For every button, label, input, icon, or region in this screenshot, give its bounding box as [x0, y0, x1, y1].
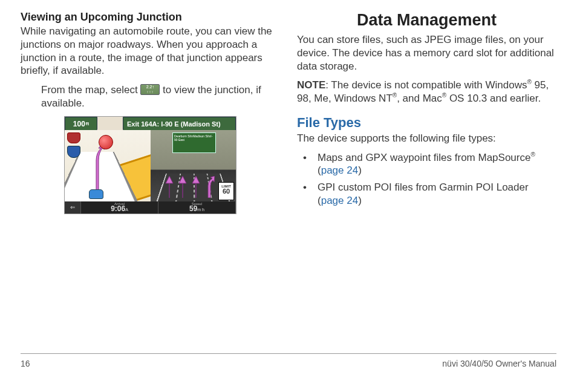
list-item: Maps and GPX waypoint files from MapSour… [297, 151, 556, 178]
sub-heading-file-types: File Types [297, 115, 556, 131]
note-label: NOTE [297, 79, 325, 91]
instr-text-a: From the map, select [41, 84, 140, 96]
page-link[interactable]: page 24 [321, 165, 358, 176]
note-text: , and Mac [397, 93, 442, 104]
registered-mark: ® [527, 79, 531, 86]
page-footer: 16 nüvi 30/40/50 Owner's Manual [21, 353, 556, 368]
note-text: OS 10.3 and earlier. [446, 93, 541, 104]
note-text: : The device is not compatible with Wind… [325, 79, 527, 91]
left-column: Viewing an Upcoming Junction While navig… [21, 11, 280, 353]
registered-mark: ® [530, 151, 535, 158]
ss-route-arrow-icon [88, 142, 105, 191]
ss-speed-limit-sign: LIMIT 60 [218, 182, 234, 200]
junction-sign-icon [140, 84, 160, 95]
file-types-list: Maps and GPX waypoint files from MapSour… [297, 151, 556, 207]
ss-arrival-field: Arrival 9:06A [81, 201, 158, 214]
junction-instruction: From the map, select to view the junctio… [21, 83, 280, 110]
section-heading-junction: Viewing an Upcoming Junction [21, 11, 280, 24]
ss-destination-pin-icon [99, 135, 113, 149]
bullet-text: ) [358, 165, 362, 176]
ss-distance-badge: 100ft [65, 117, 97, 131]
file-types-intro: The device supports the following file t… [297, 132, 556, 145]
ss-exit-label: Exit 164A: I-90 E (Madison St) [123, 117, 236, 131]
ss-speed-field: Speed 59m h [158, 201, 236, 214]
ss-lane-arrow-icon [177, 176, 188, 198]
page-number: 16 [21, 359, 30, 368]
ss-map-panel [65, 130, 151, 201]
list-item: GPI custom POI files from Garmin POI Loa… [297, 181, 556, 207]
right-column: Data Management You can store files, suc… [297, 11, 556, 353]
ss-highway-shield-icon [67, 132, 80, 143]
ss-lane-arrow-icon [204, 176, 215, 198]
chapter-heading-data-management: Data Management [297, 11, 556, 30]
page-link[interactable]: page 24 [321, 195, 358, 206]
ss-junction-panel: Dearborn St\nMadison St\nI-90 East LIMIT… [151, 130, 236, 201]
manual-title: nüvi 30/40/50 Owner's Manual [442, 359, 556, 368]
data-mgmt-paragraph: You can store files, such as JPEG image … [297, 33, 556, 73]
ss-interstate-shield-icon [67, 146, 80, 158]
ss-lane-arrow-icon [164, 176, 175, 198]
bullet-text: ) [358, 195, 362, 206]
ss-back-icon: ⇐ [65, 201, 81, 214]
ss-vehicle-icon [89, 189, 103, 199]
ss-bottom-bar: ⇐ Arrival 9:06A Speed 59m h [65, 201, 236, 214]
junction-paragraph: While navigating an automobile route, yo… [21, 25, 280, 77]
compatibility-note: NOTE: The device is not compatible with … [297, 79, 556, 105]
bullet-text: Maps and GPX waypoint files from MapSour… [318, 152, 530, 163]
ss-overhead-sign: Dearborn St\nMadison St\nI-90 East [172, 132, 216, 153]
page-body: Viewing an Upcoming Junction While navig… [0, 0, 577, 353]
junction-screenshot: 100ft Exit 164A: I-90 E (Madison St) Dea… [64, 116, 236, 214]
ss-lane-arrow-icon [191, 176, 201, 198]
